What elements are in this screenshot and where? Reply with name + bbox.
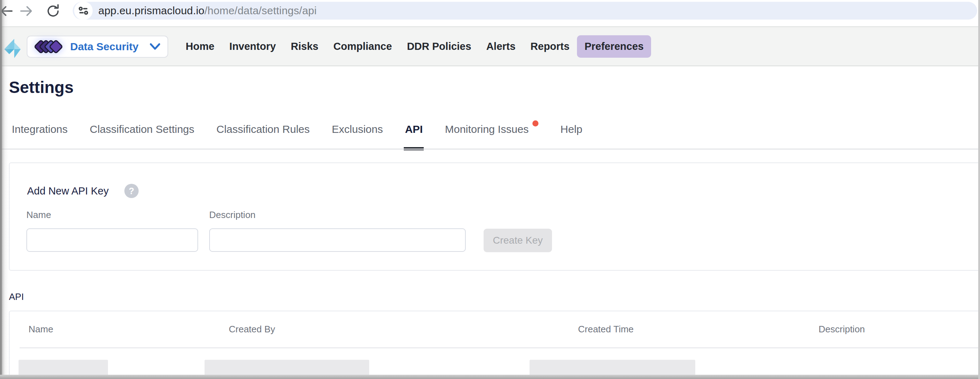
notification-dot: [532, 121, 538, 127]
column-header-created-by: Created By: [209, 324, 558, 335]
browser-window: app.eu.prismacloud.io/home/data/settings…: [0, 0, 980, 379]
reload-button[interactable]: [45, 3, 61, 19]
url-path: /home/data/settings/api: [205, 5, 317, 16]
tab-api[interactable]: API: [405, 122, 423, 150]
nav-item-ddr-policies[interactable]: DDR Policies: [399, 35, 479, 58]
nav-item-alerts[interactable]: Alerts: [479, 35, 523, 58]
nav-item-compliance[interactable]: Compliance: [326, 35, 399, 58]
nav-item-home[interactable]: Home: [178, 35, 222, 58]
help-icon[interactable]: ?: [124, 184, 138, 198]
loading-skeleton-bar: [19, 360, 108, 376]
column-header-created-time: Created Time: [558, 324, 799, 335]
tune-icon: [77, 5, 89, 17]
tab-help[interactable]: Help: [560, 122, 583, 150]
add-api-key-card: Add New API Key ? Name Description Creat…: [9, 162, 980, 271]
table-header-row: Name Created By Created Time Description: [10, 311, 980, 347]
window-right-edge: [978, 0, 980, 379]
create-key-button[interactable]: Create Key: [484, 229, 552, 252]
settings-tabs: Integrations Classification Settings Cla…: [12, 122, 582, 150]
forward-button[interactable]: [19, 3, 35, 19]
loading-skeleton-bar: [205, 360, 369, 376]
name-field[interactable]: [26, 228, 198, 252]
nav-item-risks[interactable]: Risks: [283, 35, 326, 58]
tabs-divider: [0, 149, 980, 150]
loading-skeleton-bar: [530, 360, 695, 376]
chevron-down-icon: [149, 43, 161, 51]
back-arrow-icon: [0, 3, 14, 19]
api-section-title: API: [9, 291, 24, 303]
column-header-description: Description: [799, 324, 980, 335]
form-title: Add New API Key: [27, 185, 109, 197]
forward-arrow-icon: [19, 3, 35, 19]
page-title: Settings: [9, 78, 73, 97]
address-bar[interactable]: app.eu.prismacloud.io/home/data/settings…: [73, 2, 977, 20]
app-navbar: Data Security Home Inventory Risks Compl…: [0, 26, 980, 66]
url-text: app.eu.prismacloud.io/home/data/settings…: [99, 5, 317, 17]
product-switcher-dropdown[interactable]: Data Security: [27, 36, 168, 58]
tab-classification-settings[interactable]: Classification Settings: [90, 122, 194, 150]
reload-icon: [45, 3, 61, 19]
back-button[interactable]: [0, 3, 14, 19]
product-switcher-label: Data Security: [70, 41, 149, 53]
prisma-cloud-logo-icon[interactable]: [3, 38, 22, 59]
nav-item-reports[interactable]: Reports: [523, 35, 577, 58]
window-bottom-edge: [0, 375, 980, 379]
description-field-label: Description: [209, 209, 256, 220]
tab-classification-rules[interactable]: Classification Rules: [216, 122, 310, 150]
main-navigation: Home Inventory Risks Compliance DDR Poli…: [178, 35, 651, 58]
data-security-diamonds-icon: [35, 40, 62, 53]
api-keys-table: Name Created By Created Time Description: [9, 311, 980, 379]
nav-item-inventory[interactable]: Inventory: [222, 35, 284, 58]
site-settings-chip[interactable]: [74, 2, 93, 20]
url-domain: app.eu.prismacloud.io: [99, 5, 205, 16]
name-field-label: Name: [26, 209, 51, 220]
tab-exclusions[interactable]: Exclusions: [332, 122, 383, 150]
tab-monitoring-issues[interactable]: Monitoring Issues: [445, 122, 538, 150]
tab-integrations[interactable]: Integrations: [12, 122, 68, 150]
description-field[interactable]: [209, 228, 466, 252]
browser-toolbar: app.eu.prismacloud.io/home/data/settings…: [0, 0, 980, 22]
nav-item-preferences[interactable]: Preferences: [577, 35, 651, 58]
column-header-name: Name: [10, 324, 209, 335]
